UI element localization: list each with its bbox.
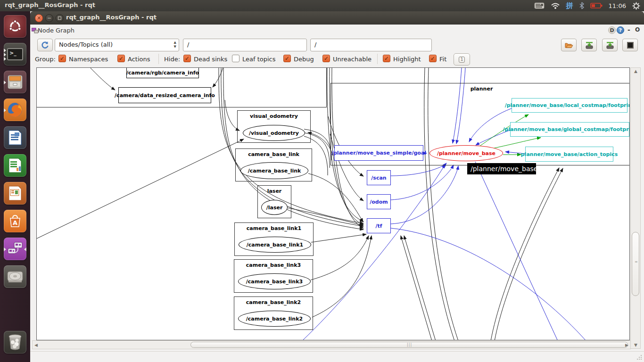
calc-icon xyxy=(8,157,22,173)
save-dot-button[interactable] xyxy=(581,39,597,51)
launcher-item-files[interactable] xyxy=(4,71,26,93)
ros-node[interactable]: /camera_base_link2 xyxy=(238,311,311,327)
cluster-label: camera_base_link2 xyxy=(234,299,313,305)
launcher-item-software-center[interactable]: A xyxy=(4,210,26,232)
graph-options-bar: Group: ✓ Namespaces ✓ Actions Hide: ✓ De… xyxy=(30,53,644,66)
window-titlebar[interactable]: ✕ − rqt_graph__RosGraph - rqt xyxy=(30,11,644,25)
disk-drive-icon xyxy=(7,270,24,284)
remote-desktop-icon xyxy=(7,241,24,257)
refresh-graph-button[interactable] xyxy=(37,39,53,51)
fit-checkbox[interactable]: ✓ xyxy=(429,55,437,62)
unreachable-checkbox[interactable]: ✓ xyxy=(322,55,330,62)
file-cabinet-icon xyxy=(7,74,23,90)
graph-type-combobox[interactable]: Nodes/Topics (all) ▲▼ xyxy=(55,39,179,51)
topic-node[interactable]: /scan xyxy=(367,170,391,185)
ros-node[interactable]: /laser xyxy=(261,200,288,215)
battery-icon[interactable] xyxy=(590,2,603,9)
window-minimize-button[interactable]: − xyxy=(45,14,53,22)
ros-node[interactable]: /camera_base_link3 xyxy=(238,273,311,289)
ubuntu-top-panel: rqt_graph__RosGraph - rqt 拼 11:06 xyxy=(0,0,644,11)
namespace-filter-input[interactable]: / xyxy=(183,39,307,51)
dock-minimize-button[interactable]: - xyxy=(625,26,633,34)
ros-node-highlighted[interactable]: /planner/move_base xyxy=(429,145,503,161)
dock-d-button[interactable]: D xyxy=(608,26,616,34)
black-square-icon xyxy=(627,41,634,49)
impress-icon xyxy=(8,185,22,201)
dead-sinks-checkbox[interactable]: ✓ xyxy=(183,55,191,62)
dock-header: Node Graph D ? - O xyxy=(30,25,644,37)
topic-filter-input[interactable]: / xyxy=(310,39,432,51)
ros-node[interactable]: /camera_base_link1 xyxy=(239,237,311,253)
session-gear-icon[interactable] xyxy=(632,2,640,10)
dock-title: Node Graph xyxy=(38,27,74,34)
focused-pip xyxy=(4,247,6,251)
node-graph-plugin-icon xyxy=(32,28,38,33)
action-topics-node[interactable]: planner/move_base/action_topics xyxy=(525,147,613,162)
resize-grip[interactable] xyxy=(636,354,642,361)
separator xyxy=(158,54,159,64)
dock-float-button[interactable]: O xyxy=(634,26,641,34)
debug-label: Debug xyxy=(294,56,314,63)
topic-node[interactable]: /planner/move_base/global_costmap/footpr… xyxy=(510,122,629,137)
ros-node[interactable]: /visual_odometry xyxy=(243,125,305,141)
firefox-icon xyxy=(7,101,24,118)
scroll-up-icon[interactable]: ▲ xyxy=(634,69,637,74)
horizontal-scrollbar[interactable]: ◀ ||| ▶ xyxy=(32,340,631,349)
keyboard-indicator-icon[interactable] xyxy=(534,2,545,9)
horizontal-scroll-thumb[interactable]: ||| xyxy=(190,342,628,348)
launcher-item-disks[interactable] xyxy=(4,265,26,288)
debug-checkbox[interactable]: ✓ xyxy=(283,55,291,62)
running-pip xyxy=(4,81,6,84)
scroll-left-icon[interactable]: ◀ xyxy=(34,343,38,347)
topic-node[interactable]: /odom xyxy=(367,194,391,209)
load-dot-button[interactable] xyxy=(561,39,577,51)
launcher-item-terminal[interactable]: >_ xyxy=(4,43,26,66)
window-maximize-button[interactable] xyxy=(56,14,64,22)
software-center-icon: A xyxy=(8,214,23,229)
dock-help-button[interactable]: ? xyxy=(617,26,624,34)
highlight-checkbox[interactable]: ✓ xyxy=(383,55,390,62)
namespaces-checkbox[interactable]: ✓ xyxy=(58,55,66,62)
topic-node[interactable]: /camera/data_resized_camera_info xyxy=(118,87,211,103)
topic-node[interactable]: /planner/move_base/local_costmap/footpri… xyxy=(512,98,627,113)
launcher-item-writer[interactable] xyxy=(4,126,26,149)
launcher-item-dash[interactable] xyxy=(4,15,26,38)
pinyin-input-icon[interactable]: 拼 xyxy=(566,1,573,10)
fit-label: Fit xyxy=(439,56,446,63)
running-pip xyxy=(4,108,6,112)
save-image-button[interactable] xyxy=(602,39,618,51)
open-folder-icon xyxy=(565,41,573,49)
launcher-item-calc[interactable] xyxy=(4,154,26,177)
writer-icon xyxy=(8,130,22,146)
node-graph-canvas[interactable]: visual_odometry camera_base_link laser c… xyxy=(36,67,630,340)
wifi-icon[interactable] xyxy=(551,2,560,9)
fit-in-view-button[interactable]: 1 xyxy=(454,53,470,66)
scroll-right-icon[interactable]: ▶ xyxy=(625,343,628,347)
topic-node[interactable]: /planner/move_base_simple/goal xyxy=(334,145,423,161)
launcher-item-remmina[interactable] xyxy=(4,238,26,260)
save-drive-icon xyxy=(585,41,594,49)
leaf-topics-checkbox[interactable]: ✓ xyxy=(232,55,239,62)
topic-node[interactable]: /tf xyxy=(367,218,391,233)
clock[interactable]: 11:06 xyxy=(609,2,626,9)
topic-node[interactable]: /camera/rgb/camera_info xyxy=(126,67,199,78)
hide-label: Hide: xyxy=(164,56,180,63)
vertical-scrollbar[interactable]: ▲ ≡ ▼ xyxy=(630,67,641,349)
screenshot-button[interactable] xyxy=(622,39,638,51)
launcher-item-firefox[interactable] xyxy=(4,99,26,121)
cluster-label: laser xyxy=(258,188,291,194)
combobox-spinner-icon[interactable]: ▲▼ xyxy=(174,41,176,49)
launcher-item-impress[interactable] xyxy=(4,182,26,205)
refresh-icon xyxy=(41,41,49,49)
vertical-scroll-thumb[interactable]: ≡ xyxy=(632,232,639,296)
ros-node[interactable]: /camera_base_link xyxy=(240,162,308,179)
focused-pip-right xyxy=(24,247,26,251)
window-close-button[interactable]: ✕ xyxy=(35,14,43,22)
scroll-down-icon[interactable]: ▼ xyxy=(634,343,637,347)
bluetooth-icon[interactable] xyxy=(579,2,584,9)
launcher-item-trash[interactable] xyxy=(4,331,26,354)
actions-checkbox[interactable]: ✓ xyxy=(117,55,125,62)
cluster-label: camera_base_link3 xyxy=(234,262,313,268)
running-pip xyxy=(4,49,6,52)
one-to-one-icon: 1 xyxy=(459,57,465,63)
